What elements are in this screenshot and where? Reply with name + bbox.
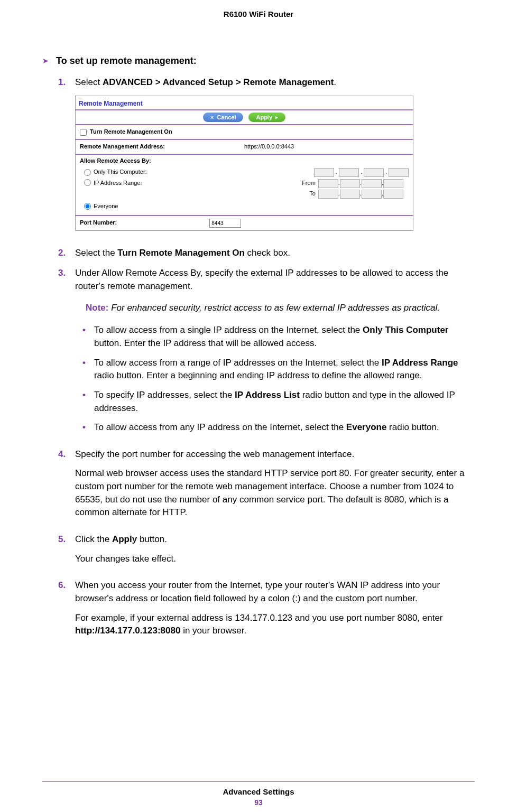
everyone-radio[interactable] [84, 203, 91, 210]
ip-octet-input[interactable] [364, 168, 384, 177]
bullet-1-bold: Only This Computer [363, 325, 448, 335]
step-3-text: Under Allow Remote Access By, specify th… [75, 267, 475, 293]
page-header: R6100 WiFi Router [0, 0, 517, 18]
ip-octet-input[interactable] [318, 190, 338, 199]
ip-octet-input[interactable] [314, 168, 334, 177]
bullet-1: • To allow access from a single IP addre… [82, 324, 475, 350]
allow-label: Allow Remote Access By: [80, 157, 409, 165]
step-5-b: button. [137, 534, 167, 544]
step-3: 3. Under Allow Remote Access By, specify… [58, 267, 475, 440]
turn-on-label: Turn Remote Management On [90, 128, 172, 136]
ip-range-radio[interactable] [84, 179, 91, 186]
step-5: 5. Click the Apply button. Your changes … [58, 533, 475, 572]
proc-title: To set up remote management: [56, 55, 197, 67]
port-input[interactable] [209, 219, 241, 228]
ip-octet-input[interactable] [389, 168, 409, 177]
everyone-row: Everyone [80, 201, 409, 212]
bullet-2: • To allow access from a range of IP add… [82, 357, 475, 382]
bullet-4-a: To allow access from any IP address on t… [94, 422, 346, 432]
footer-page-number: 93 [42, 798, 475, 807]
step-6-line1: When you access your router from the Int… [75, 579, 475, 605]
bullet-2-bold: IP Address Range [382, 358, 458, 368]
turn-on-checkbox[interactable] [80, 129, 87, 136]
cancel-label: Cancel [217, 114, 236, 120]
step-5-a: Click the [75, 534, 112, 544]
play-icon: ▸ [275, 115, 278, 120]
turn-on-row: Turn Remote Management On [76, 125, 413, 140]
step-2-text-a: Select the [75, 248, 117, 258]
step-number: 4. [58, 448, 69, 526]
address-row: Remote Management Address: https://0.0.0… [76, 140, 413, 155]
step-number: 2. [58, 247, 69, 260]
address-value: https://0.0.0.0:8443 [244, 143, 294, 151]
bullet-1-b: button. Enter the IP address that will b… [94, 338, 317, 348]
bullet-2-b: radio button. Enter a beginning and endi… [94, 370, 422, 380]
bullet-icon: • [82, 389, 86, 415]
step-6: 6. When you access your router from the … [58, 579, 475, 644]
ip-octet-input[interactable] [362, 190, 382, 199]
only-this-ip-inputs: . . . [314, 168, 409, 177]
note-label: Note: [86, 303, 111, 313]
step-6-line2b: in your browser. [180, 626, 246, 636]
apply-button[interactable]: Apply ▸ [248, 113, 285, 122]
step-number: 3. [58, 267, 69, 440]
bullet-icon: • [82, 357, 86, 382]
step-1-path: ADVANCED > Advanced Setup > Remote Manag… [103, 77, 334, 87]
bullet-3-bold: IP Address List [235, 390, 300, 400]
step-1-text-a: Select [75, 77, 103, 87]
panel-toolbar: × Cancel Apply ▸ [76, 110, 413, 125]
procedure-heading: ➤ To set up remote management: [42, 55, 475, 67]
step-6-bold: http://134.177.0.123:8080 [75, 626, 180, 636]
proc-arrow-icon: ➤ [42, 57, 49, 65]
step-1-text-b: . [334, 77, 336, 87]
port-row: Port Number: [76, 216, 413, 230]
ip-octet-input[interactable] [383, 179, 403, 188]
ip-range-row: IP Address Range: From . . . [80, 178, 409, 201]
ip-range-label: IP Address Range: [94, 179, 142, 188]
bullet-4-bold: Everyone [346, 422, 387, 432]
ip-octet-input[interactable] [340, 190, 360, 199]
close-icon: × [210, 114, 214, 120]
step-1: 1. Select ADVANCED > Advanced Setup > Re… [58, 76, 475, 239]
allow-section: Allow Remote Access By: Only This Comput… [76, 155, 413, 216]
ip-octet-input[interactable] [340, 179, 360, 188]
panel-title: Remote Management [76, 96, 413, 110]
step-2-bold: Turn Remote Management On [117, 248, 245, 258]
footer-title: Advanced Settings [42, 787, 475, 796]
step-5-line2: Your changes take effect. [75, 553, 475, 566]
bullet-3-a: To specify IP addresses, select the [94, 390, 235, 400]
everyone-label: Everyone [94, 202, 118, 211]
address-label: Remote Management Address: [80, 143, 165, 151]
bullet-3: • To specify IP addresses, select the IP… [82, 389, 475, 415]
ip-octet-input[interactable] [362, 179, 382, 188]
step-number: 6. [58, 579, 69, 644]
page-footer: Advanced Settings 93 [42, 781, 475, 807]
port-label: Port Number: [80, 219, 117, 227]
apply-label: Apply [256, 114, 272, 120]
to-label: To [301, 190, 316, 198]
only-this-row: Only This Computer: . . . [80, 167, 409, 178]
ip-octet-input[interactable] [318, 179, 338, 188]
note-text: For enhanced security, restrict access t… [111, 303, 440, 313]
ip-octet-input[interactable] [339, 168, 359, 177]
bullet-2-a: To allow access from a range of IP addre… [94, 358, 382, 368]
step-number: 5. [58, 533, 69, 572]
screenshot-panel: Remote Management × Cancel Apply ▸ [75, 96, 413, 231]
bullet-1-a: To allow access from a single IP address… [94, 325, 363, 335]
step-4-line1: Specify the port number for accessing th… [75, 448, 475, 461]
step-2: 2. Select the Turn Remote Management On … [58, 247, 475, 260]
note-block: Note: For enhanced security, restrict ac… [86, 302, 475, 315]
step-4-line2: Normal web browser access uses the stand… [75, 467, 475, 519]
step-5-bold: Apply [112, 534, 137, 544]
ip-octet-input[interactable] [383, 190, 403, 199]
bullet-icon: • [82, 324, 86, 350]
cancel-button[interactable]: × Cancel [203, 113, 244, 122]
step-2-text-b: check box. [245, 248, 290, 258]
step-6-line2a: For example, if your external address is… [75, 613, 443, 623]
bullet-4-b: radio button. [386, 422, 439, 432]
only-this-label: Only This Computer: [94, 168, 147, 176]
only-this-radio[interactable] [84, 169, 91, 176]
step-4: 4. Specify the port number for accessing… [58, 448, 475, 526]
from-label: From [301, 179, 316, 188]
step-number: 1. [58, 76, 69, 239]
